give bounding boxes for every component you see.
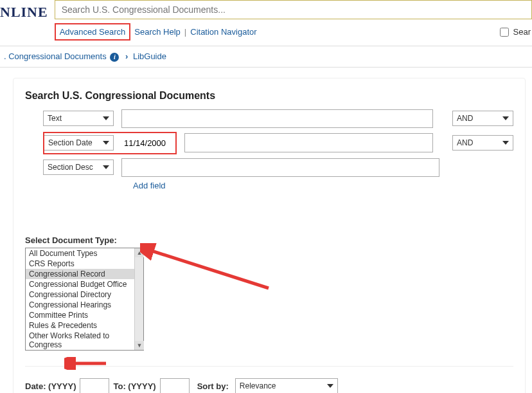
chevron-down-icon (327, 384, 333, 388)
info-icon[interactable]: i (110, 53, 119, 62)
chevron-down-icon (502, 116, 509, 120)
bool-select-2[interactable]: AND (452, 135, 513, 151)
field-select-2[interactable]: Section Date (44, 135, 114, 151)
doc-type-option[interactable]: Congressional Record (26, 269, 143, 279)
scrollbar[interactable]: ▲ ▼ (134, 248, 143, 350)
global-search-input[interactable] (55, 0, 532, 19)
field-select-3-label: Section Desc (48, 163, 93, 172)
panel-title: Search U.S. Congressional Documents (25, 90, 513, 102)
doc-type-option[interactable]: Congressional Hearings (26, 300, 143, 310)
breadcrumb-seg-libguide[interactable]: LibGuide (133, 51, 166, 61)
field-value-2[interactable] (121, 134, 173, 152)
doc-type-option[interactable]: All Document Types (26, 248, 143, 259)
breadcrumb-seg-documents[interactable]: . Congressional Documents (4, 51, 107, 61)
field-select-3[interactable]: Section Desc (43, 160, 114, 175)
field-value-2-overflow[interactable] (184, 133, 433, 152)
date-to-input[interactable] (160, 378, 190, 393)
doc-type-option[interactable]: Rules & Precedents (26, 320, 143, 331)
date-to-label: To: (YYYY) (113, 381, 155, 391)
sort-by-label: Sort by: (197, 381, 229, 391)
field-value-1[interactable] (121, 109, 433, 128)
date-from-input[interactable] (80, 378, 109, 393)
add-field-link[interactable]: Add field (133, 181, 166, 190)
separator: | (184, 27, 186, 37)
field-select-2-label: Section Date (48, 138, 93, 147)
doc-type-option[interactable]: Other Works Related to Congress (26, 331, 143, 350)
field-value-3[interactable] (121, 158, 439, 177)
doc-type-option[interactable]: Congressional Directory (26, 289, 143, 300)
bool-select-1[interactable]: AND (452, 111, 513, 126)
chevron-down-icon (103, 165, 109, 169)
scroll-up-icon[interactable]: ▲ (135, 248, 144, 257)
chevron-right-icon: › (125, 51, 128, 61)
doc-type-option[interactable]: Committee Prints (26, 310, 143, 320)
doc-type-option[interactable]: Congressional Budget Office (26, 279, 143, 289)
search-help-link[interactable]: Search Help (134, 27, 181, 37)
bool-select-1-label: AND (457, 114, 473, 123)
sort-by-select[interactable]: Relevance (235, 378, 338, 393)
sort-by-value: Relevance (240, 381, 276, 390)
doc-type-label: Select Document Type: (25, 235, 513, 245)
search-scope-label: Sear (513, 27, 531, 37)
doc-type-listbox[interactable]: ▲ ▼ All Document TypesCRS ReportsCongres… (25, 248, 144, 351)
breadcrumb: . Congressional Documents i › LibGuide (0, 46, 532, 68)
logo: NLINE (0, 0, 55, 21)
doc-type-option[interactable]: CRS Reports (26, 259, 143, 269)
scroll-down-icon[interactable]: ▼ (135, 341, 144, 350)
field-select-1-label: Text (48, 114, 62, 123)
advanced-search-link[interactable]: Advanced Search (55, 23, 131, 41)
chevron-down-icon (103, 116, 109, 120)
field-select-1[interactable]: Text (43, 111, 114, 126)
citation-navigator-link[interactable]: Citation Navigator (190, 27, 256, 37)
chevron-down-icon (103, 141, 109, 145)
date-from-label: Date: (YYYY) (25, 381, 76, 391)
search-scope-checkbox[interactable] (500, 28, 509, 37)
bool-select-2-label: AND (457, 138, 473, 147)
chevron-down-icon (502, 141, 509, 145)
